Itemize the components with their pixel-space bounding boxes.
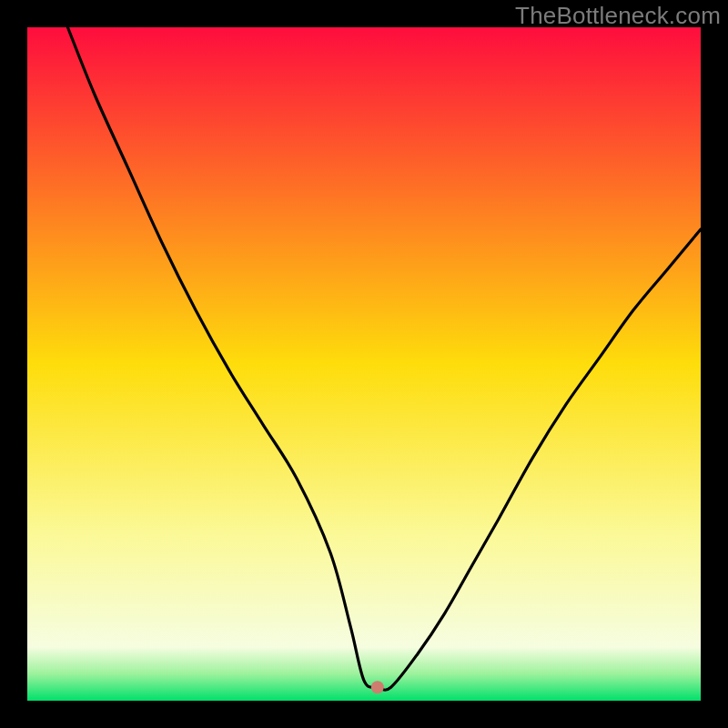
watermark-text: TheBottleneck.com — [515, 2, 721, 30]
gradient-background — [27, 27, 701, 701]
bottleneck-chart — [0, 0, 728, 728]
chart-container: TheBottleneck.com — [0, 0, 728, 728]
optimal-point-marker — [371, 681, 384, 693]
